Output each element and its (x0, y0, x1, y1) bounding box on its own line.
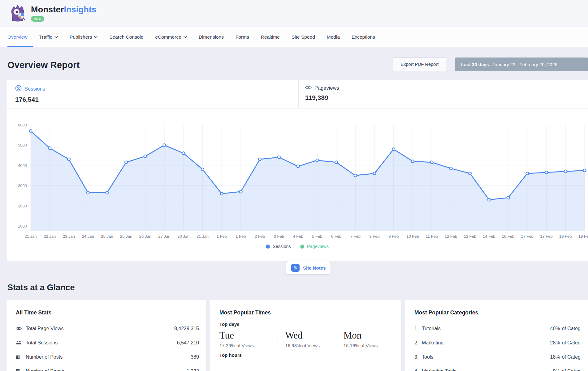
data-point-1-Feb[interactable] (220, 192, 223, 195)
person-circle-icon (15, 85, 22, 93)
category-row: 1. Tutorials 40% of Categ (414, 322, 581, 336)
category-share-suffix: of Categ (562, 340, 581, 346)
nav-item-dimensions[interactable]: Dimensions (193, 27, 230, 47)
data-point-22-Jan[interactable] (48, 147, 51, 150)
legend-entry-pageviews[interactable]: Pageviews (300, 244, 329, 249)
top-hours-label: Top hours (219, 352, 394, 358)
svg-text:2 Feb: 2 Feb (255, 234, 265, 239)
svg-text:2000: 2000 (18, 204, 27, 208)
site-notes-button[interactable]: ✎ Site Notes (286, 261, 331, 274)
stat-row-label: Total Page Views (26, 326, 174, 331)
data-point-19-Feb[interactable] (583, 169, 586, 172)
top-day-share: 16.16% of Views (344, 343, 391, 348)
data-point-3-Feb[interactable] (278, 156, 280, 159)
sessions-line-chart[interactable]: 10002000300040005000600021 Jan22 Jan23 J… (6, 109, 588, 241)
sessions-metric[interactable]: Sessions 176,541 (15, 80, 45, 109)
nav-item-label: Exceptions (352, 34, 375, 40)
chart-legend: Sessions Pageviews (6, 241, 588, 258)
data-point-30-Jan[interactable] (182, 152, 185, 155)
pages-icon (16, 369, 22, 371)
nav-item-overview[interactable]: Overview (7, 27, 33, 47)
data-point-2-Feb[interactable] (258, 158, 261, 161)
nav-item-forms[interactable]: Forms (230, 27, 255, 47)
most-popular-times-title: Most Popular Times (219, 309, 394, 316)
chevron-down-icon (54, 36, 58, 38)
nav-item-publishers[interactable]: Publishers (64, 27, 103, 47)
svg-text:6000: 6000 (18, 123, 27, 127)
data-point-10-Feb[interactable] (411, 160, 414, 163)
data-point-19-Feb[interactable] (564, 170, 567, 173)
legend-dot-icon (300, 245, 304, 249)
data-point-17-Feb[interactable] (526, 172, 529, 175)
stat-row-value: 1,223 (187, 369, 199, 371)
svg-text:19 Feb: 19 Feb (559, 234, 572, 239)
nav-item-label: Dimensions (199, 34, 224, 40)
svg-text:1 Feb: 1 Feb (217, 234, 227, 239)
data-point-6-Feb[interactable] (335, 161, 338, 164)
data-point-18-Feb[interactable] (545, 171, 548, 174)
svg-text:24 Jan: 24 Jan (82, 234, 94, 239)
svg-text:16 Feb: 16 Feb (502, 234, 514, 239)
svg-text:25 Jan: 25 Jan (120, 234, 132, 239)
svg-text:18 Feb: 18 Feb (540, 234, 552, 239)
report-header: Overview Report Export PDF Report Last 3… (7, 56, 588, 74)
category-share: 40% of Categ (548, 326, 581, 331)
data-point-23-Jan[interactable] (67, 158, 70, 161)
data-point-8-Feb[interactable] (373, 172, 376, 175)
data-point-5-Feb[interactable] (316, 159, 318, 162)
data-point-1-Feb[interactable] (239, 190, 242, 193)
category-share-suffix: of Categ (562, 326, 581, 331)
stat-row-value: 8,4229,315 (174, 326, 199, 331)
category-row: 2. Marketing 28% of Categ (414, 336, 581, 350)
svg-text:5000: 5000 (18, 143, 27, 147)
brand-name-monster: Monster (31, 5, 64, 14)
data-point-21-Jan[interactable] (29, 130, 32, 132)
nav-item-realtime[interactable]: Realtime (255, 27, 286, 47)
site-notes-link[interactable]: Site Notes (303, 265, 326, 271)
stat-row: Number of Posts 389 (16, 350, 199, 364)
stats-section-title: Stats at a Glance (7, 283, 75, 292)
data-point-11-Feb[interactable] (430, 161, 433, 164)
nav-item-media[interactable]: Media (321, 27, 346, 47)
stat-row-label: Number of Posts (26, 354, 191, 360)
pageviews-metric[interactable]: Pageviews 119,389 (305, 80, 339, 109)
report-nav: Overview Traffic Publishers Search Conso… (0, 27, 588, 47)
svg-text:3000: 3000 (18, 183, 27, 188)
nav-item-label: Search Console (109, 34, 143, 40)
nav-item-exceptions[interactable]: Exceptions (346, 27, 381, 47)
data-point-9-Feb[interactable] (392, 148, 395, 151)
export-pdf-button[interactable]: Export PDF Report (393, 58, 447, 71)
data-point-27-Jan[interactable] (163, 144, 166, 147)
data-point-4-Feb[interactable] (297, 165, 300, 168)
nav-item-label: eCommerce (155, 34, 181, 40)
legend-entry-sessions[interactable]: Sessions (266, 244, 291, 249)
category-rank: 4. (414, 369, 422, 371)
nav-item-search-console[interactable]: Search Console (103, 27, 149, 47)
data-point-24-Jan[interactable] (87, 191, 89, 194)
data-point-12-Feb[interactable] (449, 167, 452, 170)
header-actions: Export PDF Report Last 30 days:January 2… (393, 58, 588, 71)
category-share-suffix: of Categ (562, 369, 581, 371)
nav-item-ecommerce[interactable]: eCommerce (149, 27, 192, 47)
data-point-7-Feb[interactable] (354, 174, 357, 177)
nav-item-site-speed[interactable]: Site Speed (286, 27, 321, 47)
nav-item-traffic[interactable]: Traffic (33, 27, 64, 47)
category-share-suffix: of Categ (562, 354, 581, 360)
data-point-16-Feb[interactable] (507, 196, 510, 199)
data-point-13-Feb[interactable] (469, 172, 471, 175)
nav-item-label: Realtime (261, 34, 280, 40)
brand-name-insights: Insights (64, 5, 96, 14)
chevron-down-icon (184, 36, 187, 38)
data-point-26-Jan[interactable] (144, 155, 147, 158)
svg-text:31 Jan: 31 Jan (197, 234, 209, 239)
brand-name: MonsterInsights (31, 5, 97, 15)
data-point-31-Jan[interactable] (201, 168, 204, 171)
svg-text:13 Feb: 13 Feb (464, 234, 476, 239)
users-icon (16, 340, 22, 345)
data-point-25-Jan[interactable] (125, 161, 128, 164)
most-popular-categories-card: Most Popular Categories 1. Tutorials 40%… (405, 300, 588, 371)
data-point-14-Feb[interactable] (488, 198, 491, 201)
date-range-button[interactable]: Last 30 days:January 22 - February 20, 2… (455, 58, 588, 71)
data-point-25-Jan[interactable] (106, 191, 108, 194)
svg-text:22 Jan: 22 Jan (44, 234, 56, 239)
